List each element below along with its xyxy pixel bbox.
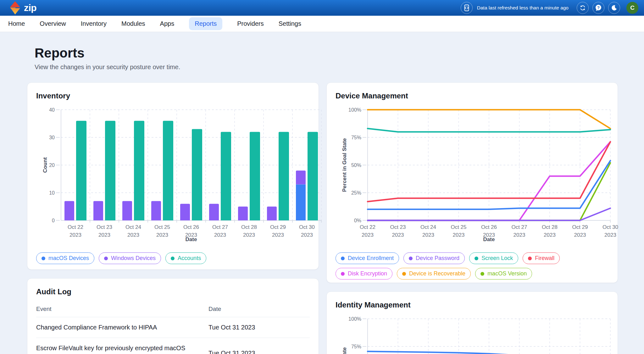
svg-text:2023: 2023 bbox=[301, 232, 313, 238]
svg-text:2023: 2023 bbox=[243, 232, 255, 238]
bar-accounts bbox=[221, 132, 231, 221]
top-bar: zip Data last refreshed less than a minu… bbox=[0, 0, 644, 16]
legend-pill-accounts[interactable]: Accounts bbox=[165, 252, 206, 264]
refresh-button[interactable] bbox=[577, 2, 589, 14]
nav-item-apps[interactable]: Apps bbox=[160, 17, 175, 30]
inventory-card: Inventory 010203040CountOct 222023Oct 23… bbox=[27, 82, 319, 270]
svg-text:2023: 2023 bbox=[392, 232, 404, 238]
audit-col-event: Event bbox=[36, 302, 208, 317]
svg-text:20: 20 bbox=[49, 163, 55, 168]
bar-windows-devices bbox=[122, 201, 132, 221]
moon-icon bbox=[611, 4, 618, 11]
legend-label: macOS Devices bbox=[48, 255, 89, 262]
legend-pill-device-password[interactable]: Device Password bbox=[403, 252, 465, 264]
right-column: Device Management 0%25%50%75%100%Percent… bbox=[326, 82, 618, 354]
inventory-legend: macOS DevicesWindows DevicesAccounts bbox=[36, 252, 310, 264]
legend-dot-icon bbox=[480, 272, 484, 276]
audit-log-title: Audit Log bbox=[36, 287, 310, 296]
legend-dot-icon bbox=[104, 257, 108, 260]
svg-text:75%: 75% bbox=[351, 135, 361, 140]
bar-windows-devices bbox=[296, 171, 306, 185]
brand-logo[interactable]: zip bbox=[9, 1, 36, 15]
nav-item-modules[interactable]: Modules bbox=[121, 17, 145, 30]
svg-text:2023: 2023 bbox=[514, 232, 525, 238]
svg-text:2023: 2023 bbox=[98, 232, 110, 238]
legend-label: Firewall bbox=[535, 255, 554, 262]
bar-accounts bbox=[105, 121, 115, 220]
brand-name: zip bbox=[24, 3, 36, 13]
bar-accounts bbox=[76, 121, 86, 220]
bar-windows-devices bbox=[238, 207, 248, 220]
audit-event-cell: Escrow FileVault key for previously encr… bbox=[36, 338, 208, 354]
legend-pill-firewall[interactable]: Firewall bbox=[523, 252, 560, 264]
audit-log-row: Escrow FileVault key for previously encr… bbox=[36, 338, 310, 354]
theme-toggle-button[interactable] bbox=[608, 2, 620, 14]
audit-event-cell: Changed Compliance Framework to HIPAA bbox=[36, 317, 208, 338]
legend-pill-disk-encryption[interactable]: Disk Encryption bbox=[336, 268, 392, 279]
audit-log-row: Changed Compliance Framework to HIPAATue… bbox=[36, 317, 310, 338]
zip-logo-icon bbox=[9, 1, 21, 15]
legend-dot-icon bbox=[341, 257, 345, 260]
nav-item-home[interactable]: Home bbox=[8, 17, 25, 30]
svg-text:2023: 2023 bbox=[214, 232, 226, 238]
bar-windows-devices bbox=[151, 201, 161, 221]
svg-text:0: 0 bbox=[52, 218, 55, 223]
audit-log-card: Audit Log Event Date Changed Compliance … bbox=[27, 278, 319, 354]
svg-text:100%: 100% bbox=[348, 107, 361, 113]
svg-text:Oct 29: Oct 29 bbox=[270, 224, 286, 230]
legend-pill-screen-lock[interactable]: Screen Lock bbox=[469, 252, 518, 264]
svg-text:Count: Count bbox=[42, 157, 48, 173]
legend-label: Device Enrollment bbox=[348, 255, 394, 262]
bar-windows-devices bbox=[93, 201, 103, 221]
svg-text:Oct 25: Oct 25 bbox=[154, 224, 170, 230]
svg-text:100%: 100% bbox=[348, 316, 361, 322]
user-avatar[interactable]: C bbox=[626, 2, 638, 14]
legend-dot-icon bbox=[475, 257, 478, 260]
legend-pill-macos-version[interactable]: macOS Version bbox=[475, 268, 532, 279]
line-device-password bbox=[368, 208, 610, 220]
legend-pill-windows-devices[interactable]: Windows Devices bbox=[99, 252, 161, 264]
legend-dot-icon bbox=[171, 257, 175, 260]
help-button[interactable]: ? bbox=[592, 2, 604, 14]
inventory-card-title: Inventory bbox=[36, 91, 310, 100]
legend-pill-device-enrollment[interactable]: Device Enrollment bbox=[336, 252, 399, 264]
legend-dot-icon bbox=[42, 257, 45, 260]
svg-text:2023: 2023 bbox=[69, 232, 81, 238]
identity-management-title: Identity Management bbox=[336, 301, 609, 309]
svg-text:Oct 26: Oct 26 bbox=[481, 224, 497, 230]
legend-label: macOS Version bbox=[487, 270, 527, 277]
device-management-legend: Device EnrollmentDevice PasswordScreen L… bbox=[336, 252, 609, 279]
nav-item-reports[interactable]: Reports bbox=[189, 17, 222, 30]
svg-text:Date: Date bbox=[186, 236, 197, 242]
device-sync-button[interactable] bbox=[461, 2, 473, 14]
svg-text:75%: 75% bbox=[351, 344, 361, 349]
svg-text:Oct 26: Oct 26 bbox=[183, 224, 199, 230]
page-title: Reports bbox=[35, 46, 618, 60]
svg-text:2023: 2023 bbox=[156, 232, 168, 238]
refresh-icon bbox=[580, 5, 586, 11]
app-root: zip Data last refreshed less than a minu… bbox=[0, 0, 644, 354]
help-icon: ? bbox=[595, 4, 602, 11]
svg-text:40: 40 bbox=[49, 107, 55, 113]
svg-text:Percent in Goal State: Percent in Goal State bbox=[341, 138, 347, 192]
identity-management-chart-mount: 0%25%50%75%100%Percent in Goal State bbox=[336, 313, 609, 354]
legend-pill-device-is-recoverable[interactable]: Device is Recoverable bbox=[397, 268, 471, 279]
bar-windows-devices bbox=[267, 207, 277, 220]
legend-pill-macos-devices[interactable]: macOS Devices bbox=[36, 252, 94, 264]
legend-label: Screen Lock bbox=[481, 255, 513, 262]
bar-accounts bbox=[279, 132, 289, 221]
nav-item-settings[interactable]: Settings bbox=[279, 17, 301, 30]
svg-text:Oct 30: Oct 30 bbox=[299, 224, 315, 230]
legend-label: Device is Recoverable bbox=[409, 270, 465, 277]
legend-label: Accounts bbox=[178, 255, 201, 262]
legend-label: Disk Encryption bbox=[348, 270, 387, 277]
nav-item-inventory[interactable]: Inventory bbox=[81, 17, 107, 30]
device-code-icon bbox=[464, 4, 470, 11]
svg-text:Oct 23: Oct 23 bbox=[390, 224, 406, 230]
device-management-chart: 0%25%50%75%100%Percent in Goal StateOct … bbox=[336, 104, 627, 244]
svg-text:2023: 2023 bbox=[544, 232, 556, 238]
svg-text:Oct 22: Oct 22 bbox=[360, 224, 375, 230]
nav-item-providers[interactable]: Providers bbox=[237, 17, 264, 30]
nav-item-overview[interactable]: Overview bbox=[40, 17, 66, 30]
page-subtitle: View the changes in your security postur… bbox=[35, 64, 618, 71]
